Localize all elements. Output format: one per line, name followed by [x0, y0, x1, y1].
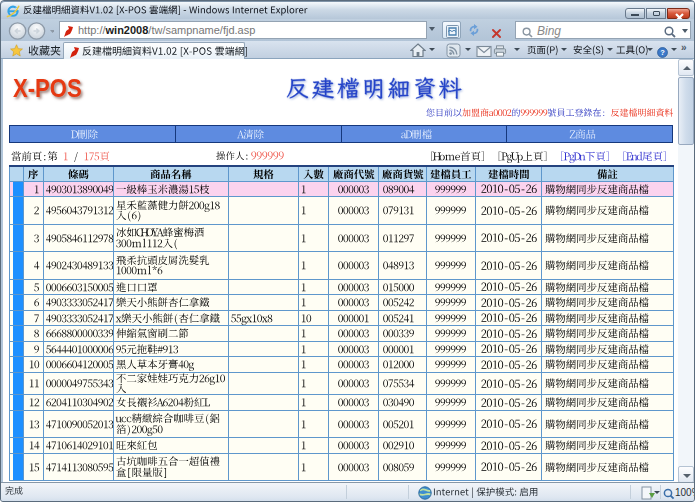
svg-text:?: ?: [660, 48, 665, 57]
